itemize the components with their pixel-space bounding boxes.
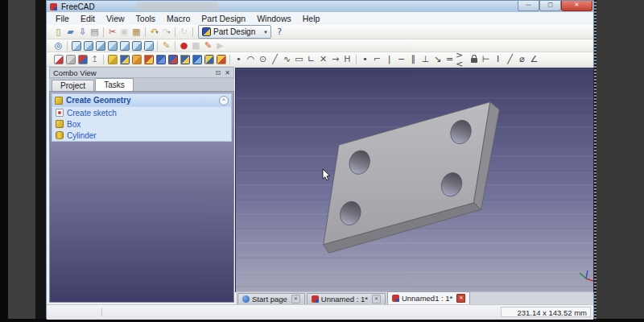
rear-view-icon[interactable]	[118, 39, 130, 52]
task-item-box[interactable]: Box	[52, 118, 231, 130]
constraint-tangent-icon[interactable]: ↘	[431, 53, 444, 65]
menu-view[interactable]: View	[101, 13, 130, 24]
constraint-vertical-distance-icon[interactable]: I	[492, 53, 504, 65]
sketch-point-icon[interactable]: •	[233, 53, 245, 65]
sketch-trim-icon[interactable]: ✕	[317, 53, 329, 65]
mirrored-icon[interactable]	[191, 53, 203, 65]
combo-view-header[interactable]: Combo View ⊡ ✕	[49, 67, 234, 78]
sketch-fillet-icon[interactable]: ∟	[305, 53, 317, 65]
constraint-coincident-icon[interactable]: •	[359, 53, 371, 65]
sketch-arc-icon[interactable]: ◠	[245, 53, 257, 65]
constraint-perpendicular-icon[interactable]: ⊥	[419, 53, 431, 65]
window-resize-edge[interactable]	[594, 0, 597, 320]
fit-all-icon[interactable]: ◎	[52, 39, 64, 52]
create-sketch-icon[interactable]	[52, 53, 64, 65]
menu-tools[interactable]: Tools	[130, 13, 162, 24]
revolution-icon[interactable]	[130, 53, 142, 65]
sketch-polyline-icon[interactable]: ∿	[281, 53, 293, 65]
pad-icon[interactable]	[106, 53, 118, 65]
undo-icon[interactable]: ↶▾	[148, 26, 160, 38]
close-tab-icon[interactable]: ✕	[372, 295, 381, 303]
pocket-icon[interactable]	[118, 53, 130, 65]
box-icon	[56, 120, 64, 128]
fillet-icon[interactable]	[155, 53, 167, 65]
measure-distance-icon[interactable]: ✎	[160, 39, 172, 52]
sketch-circle-icon[interactable]: ⊙	[257, 53, 269, 65]
groove-icon[interactable]	[142, 53, 155, 65]
cut-icon[interactable]: ✂	[106, 26, 118, 38]
task-item-cylinder[interactable]: Cylinder	[52, 130, 231, 141]
document-tab-start-page[interactable]: Start page✕	[237, 293, 305, 304]
close-panel-icon[interactable]: ✕	[225, 69, 230, 76]
3d-viewport[interactable]	[236, 68, 593, 291]
sketch-rectangle-icon[interactable]: ▭	[293, 53, 305, 65]
close-button[interactable]: ✕	[561, 1, 592, 11]
document-tab-unnamed1-1[interactable]: Unnamed1 : 1*✕	[387, 291, 470, 304]
title-bar[interactable]: FreeCAD	[47, 1, 593, 12]
draft-icon[interactable]	[179, 53, 191, 65]
close-tab-icon[interactable]: ✕	[456, 294, 465, 303]
constraint-vertical-icon[interactable]: |	[383, 53, 395, 65]
polar-pattern-icon[interactable]	[215, 53, 227, 65]
front-view-icon[interactable]	[82, 39, 94, 52]
menu-macro[interactable]: Macro	[161, 13, 196, 24]
constraint-lock-icon[interactable]	[468, 53, 480, 65]
tab-project[interactable]: Project	[52, 80, 94, 91]
maximize-button[interactable]: □	[539, 1, 561, 11]
bottom-view-icon[interactable]	[130, 39, 142, 52]
minimize-button[interactable]: —	[518, 1, 539, 11]
axonometric-view-icon[interactable]	[70, 39, 82, 52]
print-icon[interactable]: ▤	[89, 26, 101, 38]
open-file-icon[interactable]: ▰	[64, 26, 76, 38]
menu-windows[interactable]: Windows	[251, 13, 297, 24]
tab-tasks[interactable]: Tasks	[95, 78, 134, 91]
constraint-horizontal-distance-icon[interactable]: ⊢	[480, 53, 492, 65]
left-view-icon[interactable]	[142, 39, 155, 52]
macro-record-icon[interactable]: ●	[178, 39, 190, 52]
close-tab-icon[interactable]: ✕	[291, 295, 300, 303]
constraint-equal-icon[interactable]: =	[444, 53, 456, 65]
workbench-selector[interactable]: Part Design▾	[198, 25, 271, 39]
sketch-extend-icon[interactable]: →	[329, 53, 341, 65]
right-view-icon[interactable]	[106, 39, 118, 52]
task-section-header[interactable]: Create Geometry ^	[52, 94, 231, 107]
refresh-icon[interactable]: ↻	[178, 26, 190, 38]
collapse-section-icon[interactable]: ^	[219, 96, 229, 105]
constraint-radius-icon[interactable]: ⌀	[516, 53, 528, 65]
toolbar-separator	[157, 41, 158, 51]
document-tab-unnamed-1[interactable]: Unnamed : 1*✕	[307, 293, 386, 304]
whats-this-icon[interactable]: ?	[274, 26, 286, 38]
menu-edit[interactable]: Edit	[75, 13, 101, 24]
constraint-horizontal-icon[interactable]: −	[395, 53, 407, 65]
paste-icon[interactable]: ▦	[130, 26, 142, 38]
menu-part-design[interactable]: Part Design	[196, 13, 251, 24]
top-view-icon[interactable]	[94, 39, 106, 52]
constraint-angle-icon[interactable]: ∠	[528, 53, 540, 65]
macro-debug-icon[interactable]: ▶	[214, 39, 226, 52]
constraint-point-on-object-icon[interactable]: ⌐	[371, 53, 383, 65]
freecad-file-icon	[312, 295, 319, 303]
map-sketch-icon[interactable]	[76, 53, 89, 65]
save-icon[interactable]: ⇩	[76, 26, 89, 38]
float-panel-icon[interactable]: ⊡	[216, 69, 221, 76]
constraint-symmetric-icon[interactable]: ><	[456, 53, 468, 65]
menu-file[interactable]: File	[50, 13, 75, 24]
file-toolbar: ▯▰⇩▤✂▣▦↶▾↷▾↻Part Design▾?	[47, 25, 593, 39]
dropdown-arrow-icon: ▾	[168, 30, 171, 35]
copy-icon[interactable]: ▣	[118, 26, 130, 38]
redo-icon[interactable]: ↷▾	[160, 26, 172, 38]
task-item-create-sketch[interactable]: Create sketch	[52, 107, 231, 118]
view-sketch-icon[interactable]	[64, 53, 76, 65]
part-plate[interactable]	[324, 102, 500, 254]
leave-sketch-icon[interactable]: ↥	[89, 53, 101, 65]
sketch-external-geometry-icon[interactable]: H	[341, 53, 353, 65]
sketch-line-icon[interactable]: ╱	[269, 53, 281, 65]
linear-pattern-icon[interactable]	[203, 53, 215, 65]
chamfer-icon[interactable]	[167, 53, 179, 65]
constraint-parallel-icon[interactable]: ∥	[407, 53, 419, 65]
macro-edit-icon[interactable]: ✎	[202, 39, 214, 52]
new-document-icon[interactable]: ▯	[52, 26, 64, 38]
constraint-length-icon[interactable]: ╱	[504, 53, 516, 65]
menu-help[interactable]: Help	[297, 13, 326, 24]
macro-stop-icon[interactable]: ■	[190, 39, 202, 52]
